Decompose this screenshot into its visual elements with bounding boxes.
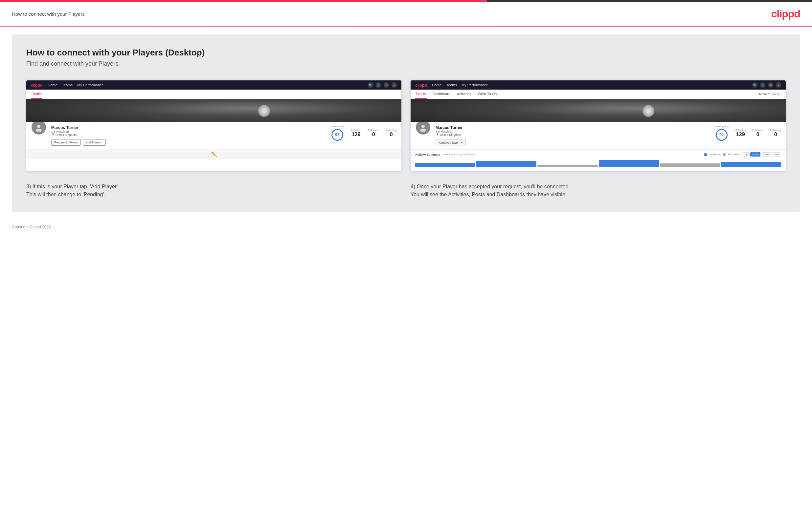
quality-label-left: Player Quality (330, 125, 345, 128)
tab-profile-left[interactable]: Profile (31, 90, 42, 99)
nav-link-perf-left[interactable]: My Performance (77, 83, 104, 87)
activity-header-right: Activity Summary Monthly Activity · 6 Mo… (415, 152, 781, 157)
app-logo-right: clippd (415, 83, 427, 88)
description-left: 3) If this is your Player tap, 'Add Play… (26, 183, 401, 199)
nav-link-home-right[interactable]: Home (432, 83, 442, 87)
bar-1 (415, 163, 475, 167)
activity-period-right: Monthly Activity · 6 Months (444, 153, 475, 156)
quality-label-right: Player Quality (714, 125, 729, 128)
svg-point-3 (420, 129, 426, 131)
nav-link-home-left[interactable]: Home (48, 83, 57, 87)
screenshot-bottom-left: ✏️ (26, 149, 401, 160)
quality-wrapper-left: Player Quality 92 (330, 125, 345, 141)
description-right: 4) Once your Player has accepted your re… (411, 183, 786, 199)
stat-followers-right: Followers 0 (752, 129, 763, 137)
stat-following-value-left: 0 (390, 131, 393, 137)
pencil-icon-left: ✏️ (211, 152, 217, 157)
player-name-left: Marcus Turner (51, 125, 325, 130)
user-icon-right[interactable]: 👤 (760, 82, 765, 88)
app-logo-left: clippd (31, 83, 42, 88)
legend-on-course-label: On course (710, 153, 720, 156)
nav-link-perf-right[interactable]: My Performance (461, 83, 488, 87)
stat-activities-right: Activities 129 (735, 129, 746, 137)
app-nav-left: clippd Home Teams My Performance 🔍 👤 ⚙ ● (26, 80, 401, 90)
svg-point-0 (37, 125, 40, 128)
profile-info-left: Marcus Turner 1-5 Handicap 📍 United King… (51, 125, 325, 146)
bar-6 (721, 162, 781, 167)
tab-activities-right[interactable]: Activities (456, 90, 472, 99)
stat-followers-value-right: 0 (757, 131, 759, 137)
period-1yr-btn[interactable]: 1 yr (743, 152, 750, 157)
profile-info-right: Marcus Turner 1-5 Handicap 📍 United King… (436, 125, 710, 146)
period-3mths-btn[interactable]: 3 mths (761, 152, 771, 157)
activity-title-right: Activity Summary (415, 153, 440, 156)
bar-chart-right (415, 159, 781, 168)
screenshot-left: clippd Home Teams My Performance 🔍 👤 ⚙ ●… (26, 80, 401, 171)
banner-bg-right (411, 99, 786, 122)
quality-circle-left: 92 (332, 129, 343, 141)
stat-following-label-left: Following (386, 129, 397, 131)
player-dropdown-right[interactable]: Marcus Turner ▾ (756, 91, 781, 97)
quality-wrapper-right: Player Quality 92 (714, 125, 729, 141)
stat-activities-left: Activities 129 (351, 129, 361, 137)
bar-5 (660, 163, 720, 167)
stat-activities-label-left: Activities (351, 129, 361, 131)
nav-link-teams-right[interactable]: Teams (446, 83, 457, 87)
legend-on-course-dot (704, 153, 707, 156)
nav-link-teams-left[interactable]: Teams (62, 83, 72, 87)
tab-what-to-on-right[interactable]: What To On (477, 90, 497, 99)
settings-icon-left[interactable]: ⚙ (384, 82, 389, 88)
avatar-icon-right[interactable]: ● (776, 82, 781, 88)
stat-activities-value-left: 129 (352, 131, 361, 137)
period-1mth-btn[interactable]: 1 mth (772, 152, 781, 157)
follow-button-left[interactable]: Request to Follow (51, 139, 81, 146)
stat-followers-label-left: Followers (368, 129, 379, 131)
add-player-button-left[interactable]: Add Player + (83, 139, 106, 146)
period-6mths-btn[interactable]: 6 mths (750, 152, 760, 157)
user-icon-left[interactable]: 👤 (376, 82, 381, 88)
profile-banner-right (411, 99, 786, 122)
close-icon-remove: ✕ (460, 141, 463, 145)
page-title: How to connect with your Players (12, 11, 85, 17)
legend-off-course-label: Off course (728, 153, 739, 156)
app-nav-icons-left: 🔍 👤 ⚙ ● (368, 82, 397, 88)
search-icon-right[interactable]: 🔍 (752, 82, 757, 88)
app-nav-icons-right: 🔍 👤 ⚙ ● (752, 82, 781, 88)
main-title: How to connect with your Players (Deskto… (26, 48, 786, 58)
tab-profile-right[interactable]: Profile (415, 90, 427, 99)
banner-bg-left (26, 99, 401, 122)
profile-section-left: Marcus Turner 1-5 Handicap 📍 United King… (26, 122, 401, 149)
app-nav-right: clippd Home Teams My Performance 🔍 👤 ⚙ ● (411, 80, 786, 90)
tab-dashboard-right[interactable]: Dashboard (432, 90, 451, 99)
legend-off-course-dot (723, 153, 726, 156)
stat-followers-value-left: 0 (372, 131, 375, 137)
copyright-text: Copyright Clippd 2022 (12, 225, 51, 229)
stat-following-label-right: Following (770, 129, 781, 131)
stat-followers-left: Followers 0 (368, 129, 379, 137)
main-content: How to connect with your Players (Deskto… (12, 35, 800, 212)
location-pin-icon-left: 📍 (51, 133, 55, 136)
description-left-text: 3) If this is your Player tap, 'Add Play… (26, 184, 119, 197)
top-bar: How to connect with your Players clippd (0, 2, 812, 26)
screenshot-right: clippd Home Teams My Performance 🔍 👤 ⚙ ●… (411, 80, 786, 171)
player-handicap-right: 1-5 Handicap (436, 130, 710, 133)
app-nav-links-left: Home Teams My Performance (48, 83, 103, 87)
settings-icon-right[interactable]: ⚙ (768, 82, 773, 88)
player-handicap-left: 1-5 Handicap (51, 130, 325, 133)
bar-2 (476, 161, 537, 167)
stats-row-right: Player Quality 92 Activities 129 Followe… (714, 125, 781, 141)
quality-circle-right: 92 (716, 129, 727, 141)
clippd-logo: clippd (771, 8, 800, 20)
profile-section-right: Marcus Turner 1-5 Handicap 📍 United King… (411, 122, 786, 149)
player-name-right: Marcus Turner (436, 125, 710, 130)
remove-player-button-right[interactable]: Remove Player ✕ (436, 139, 466, 146)
search-icon-left[interactable]: 🔍 (368, 82, 373, 88)
stat-following-left: Following 0 (386, 129, 397, 137)
screenshots-row: clippd Home Teams My Performance 🔍 👤 ⚙ ●… (26, 80, 786, 171)
stat-following-right: Following 0 (770, 129, 781, 137)
app-tabs-left: Profile (26, 90, 401, 99)
avatar-icon-left[interactable]: ● (392, 82, 397, 88)
player-location-right: 📍 United Kingdom (436, 133, 710, 136)
svg-point-1 (36, 129, 42, 131)
stat-activities-value-right: 129 (736, 131, 745, 137)
